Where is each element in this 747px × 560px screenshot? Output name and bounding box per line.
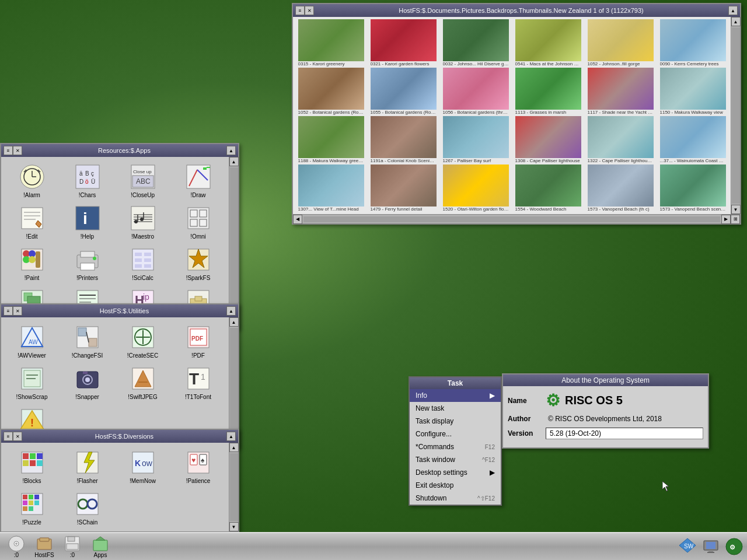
app-flasher[interactable]: !Flasher — [60, 446, 114, 487]
apps-window-toggle-btn[interactable]: ≡ — [4, 146, 13, 155]
app-chars[interactable]: äBçDöÜ !Chars — [60, 160, 114, 201]
menu-item-task-display[interactable]: Task display — [410, 415, 501, 428]
utilities-window-scroll-btn[interactable]: ▲ — [226, 306, 236, 316]
app-sparkfs[interactable]: !SparkFS — [171, 243, 225, 284]
diversions-scrollbar-thumb[interactable] — [230, 453, 238, 521]
utilities-window-scrollbar[interactable]: ▲ ▼ — [229, 317, 238, 447]
photo-viewer-close-btn[interactable]: ✕ — [305, 6, 314, 15]
app-snapper[interactable]: !Snapper — [60, 362, 114, 402]
utilities-scrollbar-thumb[interactable] — [230, 328, 238, 437]
photo-cell-8[interactable]: 1056 - Botanical gardens (throfe... — [440, 68, 511, 115]
photo-cell-13[interactable]: 1191a - Colonial Knob Scenic Po... — [368, 116, 439, 163]
photo-cell-0[interactable]: 0315 - Karori greenery — [295, 19, 366, 66]
photo-hscroll-right[interactable]: ▶ — [721, 215, 731, 224]
apps-scrollbar-thumb[interactable] — [230, 167, 238, 318]
app-puzzle[interactable]: !Puzzle — [5, 488, 59, 528]
diversions-scrollbar-up[interactable]: ▲ — [229, 443, 239, 452]
app-t1tofont[interactable]: T1 !T1ToFont — [171, 362, 225, 402]
photo-viewer-scrollbar-v[interactable]: ▲ ▼ — [731, 17, 740, 214]
photo-scrollbar-thumb[interactable] — [732, 27, 740, 204]
photo-cell-11[interactable]: 1150 - Makura Walkaway view — [657, 68, 728, 115]
apps-scrollbar-up[interactable]: ▲ — [229, 157, 239, 166]
photo-cell-15[interactable]: 1308 - Cape Palliser lighthouse — [512, 116, 584, 163]
diversions-window-close-btn[interactable]: ✕ — [13, 432, 22, 441]
app-patience[interactable]: ♥♠ !Patience — [171, 446, 225, 487]
photo-cell-6[interactable]: 1052 - Botanical gardens (Roos ... — [295, 68, 366, 115]
photo-scrollbar-down[interactable]: ▼ — [731, 205, 741, 214]
photo-cell-5[interactable]: 0090 - Kerrs Cemetery trees — [657, 19, 728, 66]
apps-window-scrollbar[interactable]: ▲ ▼ — [229, 157, 238, 328]
app-alarm[interactable]: !Alarm — [5, 160, 59, 201]
diversions-window-titlebar[interactable]: ≡ ✕ HostFS:$.Diversions ▲ — [1, 430, 238, 443]
photo-cell-14[interactable]: 1267 - Palliser Bay surf — [440, 116, 511, 163]
photo-cell-21[interactable]: 1554 - Woodward Beach — [512, 164, 584, 212]
app-help[interactable]: i !Help — [60, 202, 114, 242]
menu-item-configure[interactable]: Configure... — [410, 428, 501, 440]
app-scalc[interactable]: !SciCalc — [116, 243, 170, 284]
taskbar-monitor-icon[interactable] — [700, 536, 721, 557]
photo-cell-7[interactable]: 1055 - Botanical gardens (Roos ... — [368, 68, 439, 115]
photo-scrollbar-up[interactable]: ▲ — [731, 17, 741, 26]
app-swiftjpeg[interactable]: !SwiftJPEG — [116, 362, 170, 402]
photo-cell-4[interactable]: 1052 - Johnson..fill gorge — [585, 19, 656, 66]
photo-viewer-scroll-btn[interactable]: ▲ — [728, 6, 738, 15]
taskbar-item-apps[interactable]: Apps — [86, 534, 114, 560]
taskbar-item-floppy[interactable]: :0 — [58, 534, 86, 560]
photo-cell-20[interactable]: 1520 - Otari-Wilton garden flowers — [440, 164, 511, 212]
app-pdf[interactable]: PDF !PDF — [171, 321, 225, 361]
utilities-scrollbar-up[interactable]: ▲ — [229, 317, 239, 327]
photo-cell-1[interactable]: 0321 - Karori garden flowers — [368, 19, 439, 66]
photo-cell-22[interactable]: 1573 - Vanopend Beach (th c) — [585, 164, 656, 212]
photo-hscroll-left[interactable]: ◀ — [293, 215, 302, 224]
photo-viewer-titlebar[interactable]: ≡ ✕ HostFS:$.Documents.Pictures.Backdrop… — [293, 4, 740, 17]
photo-cell-9[interactable]: 1113 - Grasses in marsh — [512, 68, 584, 115]
photo-cell-10[interactable]: 1117 - Shade near the Yacht Club — [585, 68, 656, 115]
photo-cell-2[interactable]: 0032 - Johnso... Hil Diserve greenery — [440, 19, 511, 66]
app-createsec[interactable]: !CreateSEC — [116, 321, 170, 361]
apps-window-close-btn[interactable]: ✕ — [13, 146, 22, 155]
photo-viewer-scrollbar-h[interactable]: ◀ ▶ ⊞ — [293, 214, 740, 223]
photo-cell-12[interactable]: 1188 - Makura Walkway greenery — [295, 116, 366, 163]
taskbar-network-icon[interactable]: SW — [677, 536, 698, 557]
photo-viewer-toggle-btn[interactable]: ≡ — [295, 6, 305, 15]
app-edit[interactable]: !Edit — [5, 202, 59, 242]
app-memnow[interactable]: Kow !MemNow — [116, 446, 170, 487]
utilities-window-titlebar[interactable]: ≡ ✕ HostFS:$.Utilities ▲ — [1, 304, 238, 317]
diversions-window-scrollbar[interactable]: ▲ ▼ — [229, 443, 238, 531]
apps-window-titlebar[interactable]: ≡ ✕ Resources:$.Apps ▲ — [1, 144, 238, 157]
menu-item-exit-desktop[interactable]: Exit desktop — [410, 479, 501, 492]
app-closeup[interactable]: Close upABC !CloseUp — [116, 160, 170, 201]
menu-item-new-task[interactable]: New task — [410, 402, 501, 415]
app-printers[interactable]: !Printers — [60, 243, 114, 284]
diversions-window-scroll-btn[interactable]: ▲ — [226, 432, 236, 441]
photo-cell-18[interactable]: 130?... View of T...mine Head — [295, 164, 366, 212]
utilities-window-toggle-btn[interactable]: ≡ — [4, 306, 13, 316]
apps-window-scroll-up-btn[interactable]: ▲ — [226, 146, 236, 155]
photo-resize-btn[interactable]: ⊞ — [731, 215, 740, 224]
photo-cell-16[interactable]: 1322 - Cape Palliser lighthouse view — [585, 116, 656, 163]
photo-cell-19[interactable]: 1479 - Ferry funnel detail — [368, 164, 439, 212]
menu-item-task-window[interactable]: Task window ^F12 — [410, 453, 501, 466]
taskbar-item-hostfs[interactable]: HostFS — [30, 534, 58, 560]
taskbar-risc-icon[interactable]: ⚙ — [724, 536, 745, 557]
app-blocks[interactable]: !Blocks — [5, 446, 59, 487]
app-draw[interactable]: !Draw — [171, 160, 225, 201]
diversions-scrollbar-down[interactable]: ▼ — [229, 522, 239, 531]
app-changefsi[interactable]: !ChangeFSI — [60, 321, 114, 361]
app-showscrap[interactable]: !ShowScrap — [5, 362, 59, 402]
photo-cell-3[interactable]: 0541 - Macs at the Johnson Hills — [512, 19, 584, 66]
photo-cell-17[interactable]: ...37... - Wainuiomata Coast near... — [657, 116, 728, 163]
app-maestro[interactable]: !Maestro — [116, 202, 170, 242]
app-omni[interactable]: !Omni — [171, 202, 225, 242]
menu-item-desktop-settings[interactable]: Desktop settings ▶ — [410, 466, 501, 479]
diversions-window-toggle-btn[interactable]: ≡ — [4, 432, 13, 441]
app-awviewer[interactable]: AW !AWViewer — [5, 321, 59, 361]
menu-item-shutdown[interactable]: Shutdown ^⇧F12 — [410, 492, 501, 505]
menu-item-info[interactable]: Info ▶ — [410, 389, 501, 402]
app-paint[interactable]: !Paint — [5, 243, 59, 284]
taskbar-item-cd[interactable]: :0 — [2, 534, 30, 560]
menu-item-commands[interactable]: *Commands F12 — [410, 440, 501, 453]
photo-cell-23[interactable]: 1573 - Vanopend Beach scenes — [657, 164, 728, 212]
utilities-window-close-btn[interactable]: ✕ — [13, 306, 22, 316]
app-schain[interactable]: !SChain — [60, 488, 114, 528]
